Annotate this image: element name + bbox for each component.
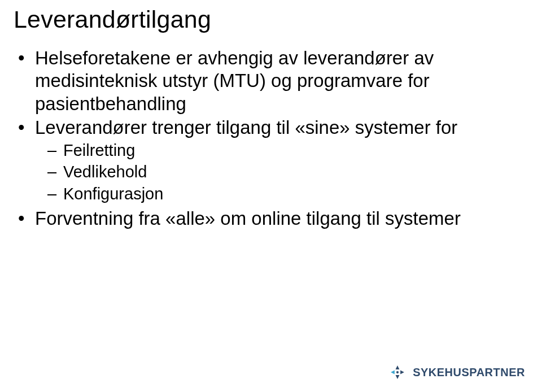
bullet-text: Helseforetakene er avhengig av leverandø… [35, 47, 434, 114]
sub-bullet-text: Feilretting [63, 141, 135, 159]
bullet-list: Helseforetakene er avhengig av leverandø… [18, 47, 528, 230]
logo-mark-icon [388, 363, 407, 382]
sub-bullet-item: Feilretting [47, 140, 528, 160]
bullet-item: Leverandører trenger tilgang til «sine» … [18, 116, 528, 204]
logo-text: SYKEHUSPARTNER [413, 366, 525, 379]
bullet-text: Leverandører trenger tilgang til «sine» … [35, 117, 457, 138]
slide-title: Leverandørtilgang [14, 6, 528, 33]
bullet-item: Helseforetakene er avhengig av leverandø… [18, 47, 528, 115]
bullet-text: Forventning fra «alle» om online tilgang… [35, 208, 461, 229]
sub-bullet-text: Vedlikehold [63, 163, 147, 181]
sub-bullet-list: Feilretting Vedlikehold Konfigurasjon [47, 140, 528, 204]
sub-bullet-item: Konfigurasjon [47, 184, 528, 204]
svg-point-0 [396, 371, 399, 373]
brand-logo: SYKEHUSPARTNER [388, 363, 525, 382]
bullet-item: Forventning fra «alle» om online tilgang… [18, 207, 528, 230]
slide: Leverandørtilgang Helseforetakene er avh… [0, 0, 542, 392]
sub-bullet-text: Konfigurasjon [63, 185, 163, 203]
sub-bullet-item: Vedlikehold [47, 162, 528, 182]
